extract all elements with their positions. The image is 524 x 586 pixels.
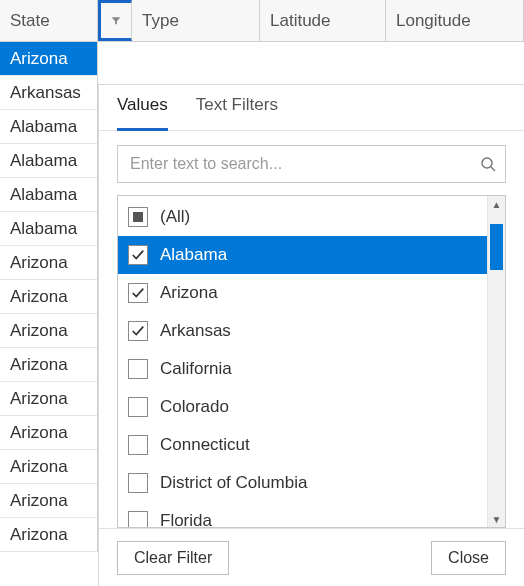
checkbox[interactable] <box>128 245 148 265</box>
checkbox[interactable] <box>128 435 148 455</box>
grid-body: ArizonaArkansasAlabamaAlabamaAlabamaAlab… <box>0 42 524 586</box>
value-label: Alabama <box>160 245 227 265</box>
value-row[interactable]: California <box>118 350 487 388</box>
filter-body: (All) AlabamaArizonaArkansasCaliforniaCo… <box>99 131 524 528</box>
checkbox[interactable] <box>128 511 148 527</box>
column-label: Longitude <box>396 11 471 31</box>
column-header-longitude[interactable]: Longitude <box>386 0 524 41</box>
value-label: Arkansas <box>160 321 231 341</box>
table-row[interactable]: Alabama <box>0 144 97 178</box>
table-row[interactable]: Arizona <box>0 42 97 76</box>
search-input[interactable] <box>117 145 506 183</box>
table-row[interactable]: Arizona <box>0 246 97 280</box>
value-row[interactable]: Connecticut <box>118 426 487 464</box>
tab-values[interactable]: Values <box>117 95 168 131</box>
table-row[interactable]: Arizona <box>0 484 97 518</box>
checkbox[interactable] <box>128 321 148 341</box>
column-header-type[interactable]: Type <box>132 0 260 41</box>
filter-footer: Clear Filter Close <box>99 528 524 586</box>
value-row[interactable]: Arizona <box>118 274 487 312</box>
value-label: (All) <box>160 207 190 227</box>
column-label: Latitude <box>270 11 331 31</box>
filter-icon <box>111 14 121 28</box>
filter-popup: Values Text Filters (All) AlabamaArizona… <box>98 84 524 586</box>
value-row[interactable]: Florida <box>118 502 487 527</box>
state-column: ArizonaArkansasAlabamaAlabamaAlabamaAlab… <box>0 42 98 552</box>
values-box: (All) AlabamaArizonaArkansasCaliforniaCo… <box>117 195 506 528</box>
column-filter-button[interactable] <box>98 0 132 41</box>
table-row[interactable]: Alabama <box>0 212 97 246</box>
close-button[interactable]: Close <box>431 541 506 575</box>
value-label: Connecticut <box>160 435 250 455</box>
column-label: State <box>10 11 50 31</box>
checkbox[interactable] <box>128 283 148 303</box>
values-list: (All) AlabamaArizonaArkansasCaliforniaCo… <box>118 196 487 527</box>
checkbox[interactable] <box>128 397 148 417</box>
table-row[interactable]: Arizona <box>0 314 97 348</box>
table-row[interactable]: Alabama <box>0 110 97 144</box>
table-row[interactable]: Arizona <box>0 348 97 382</box>
search-wrap <box>117 145 506 183</box>
table-row[interactable]: Arizona <box>0 382 97 416</box>
scroll-thumb[interactable] <box>490 224 503 270</box>
table-row[interactable]: Arizona <box>0 416 97 450</box>
svg-point-0 <box>482 158 492 168</box>
value-row[interactable]: Arkansas <box>118 312 487 350</box>
checkbox-indeterminate[interactable] <box>128 207 148 227</box>
scroll-up-icon[interactable]: ▲ <box>488 196 505 212</box>
grid-header: State Type Latitude Longitude <box>0 0 524 42</box>
checkbox[interactable] <box>128 473 148 493</box>
table-row[interactable]: Alabama <box>0 178 97 212</box>
search-icon <box>480 156 496 172</box>
tab-text-filters[interactable]: Text Filters <box>196 95 278 130</box>
clear-filter-button[interactable]: Clear Filter <box>117 541 229 575</box>
table-row[interactable]: Arizona <box>0 280 97 314</box>
value-label: California <box>160 359 232 379</box>
svg-line-1 <box>491 167 495 171</box>
scroll-down-icon[interactable]: ▼ <box>488 511 505 527</box>
value-row-all[interactable]: (All) <box>118 198 487 236</box>
filter-tabs: Values Text Filters <box>99 85 524 131</box>
checkbox[interactable] <box>128 359 148 379</box>
table-row[interactable]: Arizona <box>0 450 97 484</box>
table-row[interactable]: Arizona <box>0 518 97 552</box>
value-row[interactable]: Alabama <box>118 236 487 274</box>
table-row[interactable]: Arkansas <box>0 76 97 110</box>
column-label: Type <box>142 11 179 31</box>
value-label: Arizona <box>160 283 218 303</box>
column-header-latitude[interactable]: Latitude <box>260 0 386 41</box>
scrollbar[interactable]: ▲ ▼ <box>487 196 505 527</box>
value-row[interactable]: District of Columbia <box>118 464 487 502</box>
column-header-state[interactable]: State <box>0 0 98 41</box>
value-label: Florida <box>160 511 212 527</box>
value-row[interactable]: Colorado <box>118 388 487 426</box>
value-label: District of Columbia <box>160 473 307 493</box>
value-label: Colorado <box>160 397 229 417</box>
